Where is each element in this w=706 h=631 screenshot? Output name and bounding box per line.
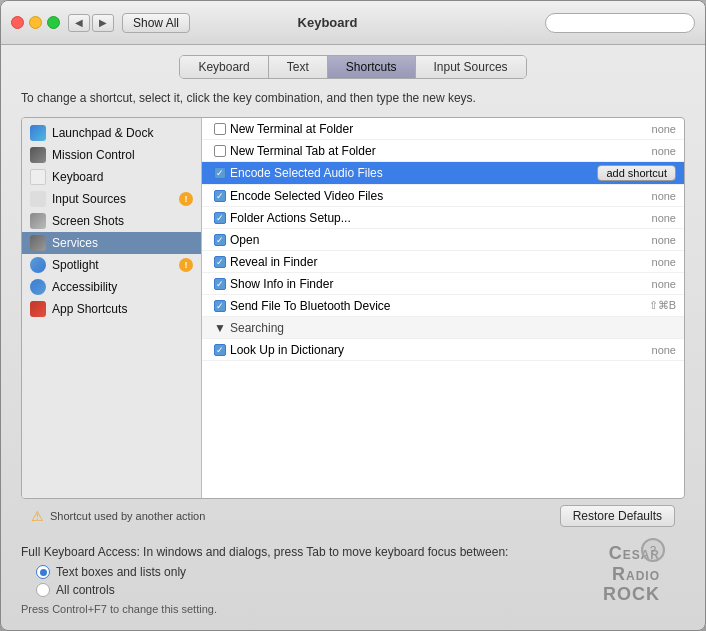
add-shortcut-button[interactable]: add shortcut — [597, 165, 676, 181]
checkbox-cell[interactable]: ✓ — [210, 300, 230, 312]
shortcut-name: Encode Selected Audio Files — [230, 166, 597, 180]
sidebar-item-spotlight[interactable]: Spotlight ! — [22, 254, 201, 276]
section-header-searching[interactable]: ▼ Searching — [202, 317, 684, 339]
screenshot-icon — [30, 213, 46, 229]
table-row[interactable]: ✓ Look Up in Dictionary none — [202, 339, 684, 361]
radio-label-text-boxes: Text boxes and lists only — [56, 565, 186, 579]
sidebar-item-launchpad[interactable]: Launchpad & Dock — [22, 122, 201, 144]
checkbox-checked[interactable]: ✓ — [214, 300, 226, 312]
table-row[interactable]: ✓ Open none — [202, 229, 684, 251]
checkbox-checked[interactable]: ✓ — [214, 256, 226, 268]
shortcut-key: none — [652, 234, 676, 246]
warning-triangle-icon: ⚠ — [31, 508, 44, 524]
checkbox-cell[interactable] — [210, 123, 230, 135]
sidebar-label-screenshots: Screen Shots — [52, 214, 193, 228]
shortcut-name: Encode Selected Video Files — [230, 189, 652, 203]
checkbox-checked[interactable]: ✓ — [214, 278, 226, 290]
tab-input-sources[interactable]: Input Sources — [416, 56, 526, 78]
checkbox-checked[interactable]: ✓ — [214, 190, 226, 202]
close-button[interactable] — [11, 16, 24, 29]
table-row[interactable]: New Terminal at Folder none — [202, 118, 684, 140]
shortcut-name: Send File To Bluetooth Device — [230, 299, 649, 313]
checkbox[interactable] — [214, 145, 226, 157]
radio-item-text-boxes[interactable]: Text boxes and lists only — [36, 565, 685, 579]
sidebar-item-input-sources[interactable]: Input Sources ! — [22, 188, 201, 210]
sidebar-item-mission[interactable]: Mission Control — [22, 144, 201, 166]
warning-row: ⚠ Shortcut used by another action Restor… — [21, 505, 685, 527]
mission-icon — [30, 147, 46, 163]
radio-dot — [40, 569, 47, 576]
sidebar-item-screenshots[interactable]: Screen Shots — [22, 210, 201, 232]
checkbox-cell[interactable]: ✓ — [210, 344, 230, 356]
restore-defaults-button[interactable]: Restore Defaults — [560, 505, 675, 527]
checkbox-cell[interactable] — [210, 145, 230, 157]
section-label: Searching — [230, 321, 676, 335]
checkbox-cell[interactable]: ✓ — [210, 278, 230, 290]
shortcut-name: Look Up in Dictionary — [230, 343, 652, 357]
table-row[interactable]: New Terminal Tab at Folder none — [202, 140, 684, 162]
radio-unselected-icon[interactable] — [36, 583, 50, 597]
checkbox-cell[interactable]: ✓ — [210, 256, 230, 268]
launchpad-icon — [30, 125, 46, 141]
footer-area: Full Keyboard Access: In windows and dia… — [21, 545, 685, 615]
shortcut-name: Show Info in Finder — [230, 277, 652, 291]
appshortcuts-icon — [30, 301, 46, 317]
radio-selected-icon[interactable] — [36, 565, 50, 579]
table-row[interactable]: ✓ Show Info in Finder none — [202, 273, 684, 295]
checkbox-checked[interactable]: ✓ — [214, 212, 226, 224]
sidebar-label-launchpad: Launchpad & Dock — [52, 126, 193, 140]
checkbox-checked[interactable]: ✓ — [214, 234, 226, 246]
hint-text: Press Control+F7 to change this setting. — [21, 603, 685, 615]
shortcut-key: none — [652, 344, 676, 356]
checkbox-cell[interactable]: ✓ — [210, 190, 230, 202]
shortcut-name: Open — [230, 233, 652, 247]
sidebar-item-accessibility[interactable]: Accessibility — [22, 276, 201, 298]
sidebar-label-mission: Mission Control — [52, 148, 193, 162]
input-sources-warning-icon: ! — [179, 192, 193, 206]
sidebar-label-services: Services — [52, 236, 193, 250]
tab-text[interactable]: Text — [269, 56, 328, 78]
spotlight-warning-icon: ! — [179, 258, 193, 272]
checkbox-checked[interactable]: ✓ — [214, 344, 226, 356]
sidebar-label-input-sources: Input Sources — [52, 192, 173, 206]
checkbox-cell[interactable]: ✓ — [210, 234, 230, 246]
maximize-button[interactable] — [47, 16, 60, 29]
checkbox-checked[interactable]: ✓ — [214, 167, 226, 179]
minimize-button[interactable] — [29, 16, 42, 29]
sidebar-item-app-shortcuts[interactable]: App Shortcuts — [22, 298, 201, 320]
radio-item-all-controls[interactable]: All controls — [36, 583, 685, 597]
shortcut-key: none — [652, 190, 676, 202]
services-icon — [30, 235, 46, 251]
checkbox[interactable] — [214, 123, 226, 135]
tab-shortcuts[interactable]: Shortcuts — [328, 56, 416, 78]
main-panel: Launchpad & Dock Mission Control Keyboar… — [21, 117, 685, 499]
sidebar: Launchpad & Dock Mission Control Keyboar… — [22, 118, 202, 498]
section-toggle[interactable]: ▼ — [210, 321, 230, 335]
table-row[interactable]: ✓ Send File To Bluetooth Device ⇧⌘B — [202, 295, 684, 317]
radio-group: Text boxes and lists only All controls — [36, 565, 685, 597]
table-row[interactable]: ✓ Reveal in Finder none — [202, 251, 684, 273]
shortcut-name: New Terminal at Folder — [230, 122, 652, 136]
warning-text: Shortcut used by another action — [50, 510, 205, 522]
checkbox-cell[interactable]: ✓ — [210, 212, 230, 224]
tab-bar: Keyboard Text Shortcuts Input Sources — [21, 55, 685, 79]
tab-keyboard[interactable]: Keyboard — [180, 56, 268, 78]
forward-button[interactable]: ▶ — [92, 14, 114, 32]
sidebar-item-services[interactable]: Services — [22, 232, 201, 254]
table-row[interactable]: ✓ Folder Actions Setup... none — [202, 207, 684, 229]
shortcut-key: none — [652, 278, 676, 290]
shortcut-list[interactable]: New Terminal at Folder none New Terminal… — [202, 118, 684, 498]
search-input[interactable] — [545, 13, 695, 33]
table-row[interactable]: ✓ Encode Selected Video Files none — [202, 185, 684, 207]
shortcut-name: Reveal in Finder — [230, 255, 652, 269]
table-row-selected[interactable]: ✓ Encode Selected Audio Files add shortc… — [202, 162, 684, 185]
window-title: Keyboard — [198, 15, 457, 30]
keyboard-window: ◀ ▶ Show All Keyboard 🔍 Keyboard Text Sh… — [0, 0, 706, 631]
back-button[interactable]: ◀ — [68, 14, 90, 32]
shortcut-key: none — [652, 212, 676, 224]
shortcut-name: New Terminal Tab at Folder — [230, 144, 652, 158]
checkbox-cell[interactable]: ✓ — [210, 167, 230, 179]
keyboard-access-title: Full Keyboard Access: In windows and dia… — [21, 545, 685, 559]
show-all-button[interactable]: Show All — [122, 13, 190, 33]
sidebar-item-keyboard[interactable]: Keyboard — [22, 166, 201, 188]
